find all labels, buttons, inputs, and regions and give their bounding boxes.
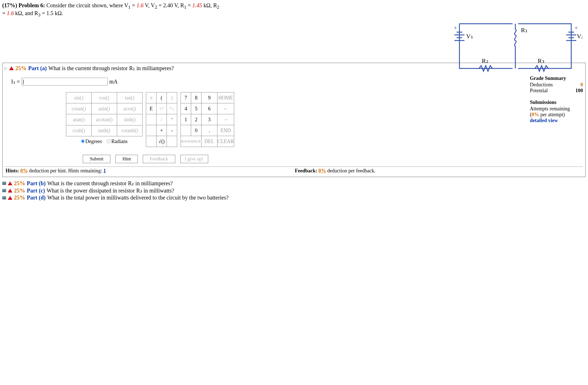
r2-value: 1.6 bbox=[7, 10, 14, 16]
exp-up-key[interactable]: ↑^ bbox=[157, 103, 167, 114]
sinh-key[interactable]: sinh() bbox=[117, 114, 143, 125]
part-a-weight: 25% bbox=[15, 65, 27, 72]
square-icon bbox=[2, 189, 6, 192]
left-key[interactable]: ← bbox=[217, 103, 234, 114]
div-key[interactable]: / bbox=[157, 114, 167, 125]
hints-feedback-row: Hints: 0% deduction per hint. Hints rema… bbox=[4, 167, 583, 175]
tanh-key[interactable]: tanh() bbox=[92, 125, 117, 136]
sqrt-key[interactable]: √() bbox=[157, 136, 167, 147]
function-keypad: sin()cos()tan() cotan()asin()acos() atan… bbox=[66, 92, 143, 147]
give-up-button[interactable]: I give up! bbox=[180, 155, 208, 163]
detailed-view-link[interactable]: detailed view bbox=[530, 118, 558, 123]
key-dot[interactable]: . bbox=[201, 125, 217, 136]
degrees-radio[interactable]: Degrees bbox=[81, 139, 102, 144]
end-key[interactable]: END bbox=[217, 125, 234, 136]
del-key[interactable]: DEL bbox=[201, 136, 217, 147]
cotan-key[interactable]: cotan() bbox=[66, 103, 92, 114]
answer-var: I₁ = bbox=[11, 78, 20, 85]
blank-key bbox=[146, 114, 157, 125]
problem-weight: (17%) bbox=[2, 2, 17, 8]
acos-key[interactable]: acos() bbox=[117, 103, 143, 114]
cotanh-key[interactable]: cotanh() bbox=[117, 125, 143, 136]
v1-value: 1.6 bbox=[136, 2, 143, 8]
deductions-value: 0 bbox=[580, 82, 583, 88]
cos-key[interactable]: cos() bbox=[92, 92, 117, 103]
key-8[interactable]: 8 bbox=[191, 92, 201, 103]
blank-key-2 bbox=[146, 125, 157, 136]
other-parts-list: 25% Part (b) What is the current through… bbox=[2, 180, 586, 201]
key-0[interactable]: 0 bbox=[191, 125, 201, 136]
key-1[interactable]: 1 bbox=[181, 114, 191, 125]
clear-key[interactable]: CLEAR bbox=[217, 136, 234, 147]
per-attempt-pct: 0% bbox=[532, 112, 539, 117]
key-5[interactable]: 5 bbox=[191, 103, 201, 114]
e-key[interactable]: E bbox=[146, 103, 157, 114]
answer-unit: mA bbox=[109, 79, 118, 85]
plus-key[interactable]: + bbox=[157, 125, 167, 136]
key-4[interactable]: 4 bbox=[181, 103, 191, 114]
svg-text:+: + bbox=[454, 25, 457, 31]
v2-label: V₂ bbox=[577, 33, 582, 40]
warning-icon bbox=[8, 181, 12, 185]
square-icon bbox=[2, 182, 6, 185]
warning-icon bbox=[8, 196, 12, 200]
lparen-key[interactable]: ( bbox=[157, 92, 167, 103]
symbol-keypad: π() E↑^^↓ /* +- √() bbox=[146, 92, 177, 147]
potential-value: 100 bbox=[575, 88, 583, 94]
part-a-label: Part (a) bbox=[28, 65, 47, 72]
key-3[interactable]: 3 bbox=[201, 114, 217, 125]
submissions-title: Submissions bbox=[530, 99, 583, 105]
part-a-question: What is the current through resistor R₁ … bbox=[48, 65, 174, 72]
cosh-key[interactable]: cosh() bbox=[66, 125, 92, 136]
square-icon bbox=[2, 196, 6, 199]
key-9[interactable]: 9 bbox=[201, 92, 217, 103]
blank-key-3 bbox=[146, 136, 157, 147]
warning-icon bbox=[8, 189, 12, 193]
svg-text:+: + bbox=[575, 25, 578, 31]
asin-key[interactable]: asin() bbox=[92, 103, 117, 114]
r1-label: R₁ bbox=[521, 27, 528, 34]
feedback-button[interactable]: Feedback bbox=[143, 155, 175, 163]
number-keypad: 789HOME 456← 123→ 0.END BACKSPACEDELCLEA… bbox=[181, 92, 234, 147]
r1-value: 1.45 bbox=[192, 2, 202, 8]
mul-key[interactable]: * bbox=[167, 114, 177, 125]
rparen-key[interactable]: ) bbox=[167, 92, 177, 103]
grade-summary-panel: Grade Summary Deductions0 Potential100 S… bbox=[527, 75, 583, 167]
right-key[interactable]: → bbox=[217, 114, 234, 125]
problem-label: Problem 6: bbox=[18, 2, 45, 8]
triangle-icon[interactable]: ▷ bbox=[4, 66, 8, 71]
radians-radio[interactable]: Radians bbox=[107, 139, 127, 144]
circuit-diagram: + + V₁ V₂ R₁ R₂ R₃ bbox=[448, 13, 582, 81]
sin-key[interactable]: sin() bbox=[66, 92, 92, 103]
exp-down-key[interactable]: ^↓ bbox=[167, 103, 177, 114]
acotan-key[interactable]: acotan() bbox=[92, 114, 117, 125]
minus-key[interactable]: - bbox=[167, 125, 177, 136]
part-c-row[interactable]: 25% Part (c) What is the power dissipate… bbox=[2, 187, 586, 194]
feedback-info: Feedback: 0% deduction per feedback. bbox=[294, 167, 583, 175]
r3-label: R₃ bbox=[538, 57, 544, 64]
answer-input[interactable] bbox=[22, 78, 108, 85]
r2-label: R₂ bbox=[482, 57, 489, 64]
key-7[interactable]: 7 bbox=[181, 92, 191, 103]
hints-info: Hints: 0% deduction per hint. Hints rema… bbox=[4, 167, 294, 175]
backspace-key[interactable]: BACKSPACE bbox=[181, 136, 201, 147]
part-b-row[interactable]: 25% Part (b) What is the current through… bbox=[2, 180, 586, 187]
tan-key[interactable]: tan() bbox=[117, 92, 143, 103]
key-6[interactable]: 6 bbox=[201, 103, 217, 114]
atan-key[interactable]: atan() bbox=[66, 114, 92, 125]
key-2[interactable]: 2 bbox=[191, 114, 201, 125]
home-key[interactable]: HOME bbox=[217, 92, 234, 103]
pi-key[interactable]: π bbox=[146, 92, 157, 103]
warning-icon bbox=[9, 66, 14, 70]
submit-button[interactable]: Submit bbox=[83, 155, 110, 163]
v1-label: V₁ bbox=[466, 33, 473, 40]
hint-button[interactable]: Hint bbox=[115, 155, 138, 163]
part-d-row[interactable]: 25% Part (d) What is the total power in … bbox=[2, 194, 586, 201]
